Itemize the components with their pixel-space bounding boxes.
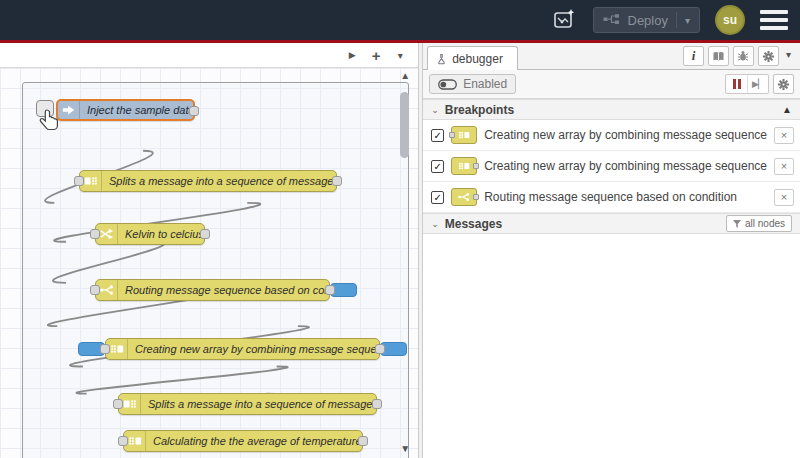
output-port[interactable] [325,285,335,295]
debugger-enabled-toggle[interactable]: Enabled [429,74,516,94]
breakpoint-checkbox[interactable]: ✓ [431,191,444,204]
deploy-label: Deploy [628,13,668,28]
user-avatar[interactable]: su [715,5,745,35]
deploy-chevron-down-icon[interactable]: ▾ [685,15,690,26]
breakpoint-row[interactable]: ✓ Creating new array by combining messag… [423,120,800,151]
flow-list-chevron-down-icon[interactable]: ▾ [390,45,410,65]
join-node-icon [451,126,477,144]
pause-button[interactable] [726,75,747,93]
enabled-label: Enabled [463,77,507,91]
canvas-scrollbar-thumb[interactable] [400,92,409,158]
pause-icon [733,79,741,89]
breakpoint-label: Routing message sequence based on condit… [484,190,767,204]
breakpoint-checkbox[interactable]: ✓ [431,129,444,142]
deploy-separator [676,12,677,28]
node-join[interactable]: Calculating the the average of temperatu… [123,430,363,452]
breakpoint-checkbox[interactable]: ✓ [431,160,444,173]
bug-icon[interactable] [733,46,754,66]
remove-breakpoint-button[interactable]: × [774,158,794,175]
switch-node-icon [451,188,477,206]
output-port[interactable] [200,229,210,239]
inject-icon [58,101,80,119]
pointer-cursor-icon [39,108,61,137]
input-port[interactable] [90,285,100,295]
debugger-toolbar: Enabled ▶▏ [423,70,800,99]
node-label: Kelvin to celcius [118,228,204,240]
node-change[interactable]: Kelvin to celcius [95,223,205,245]
toggle-icon [438,79,457,90]
filter-funnel-icon [733,220,741,228]
info-tab-button[interactable]: i [683,46,704,66]
app-header: Deploy ▾ su [0,0,800,40]
output-port[interactable] [375,344,385,354]
sidebar-tabs-chevron-down-icon[interactable]: ▾ [783,49,794,63]
node-split[interactable]: Splits a message into a sequence of mess… [118,393,377,415]
breakpoint-label: Creating new array by combining message … [484,159,767,173]
node-switch[interactable]: Routing message sequence based on condit… [95,279,330,301]
tab-label: debugger [452,52,503,66]
node-label: Splits a message into a sequence of mess… [102,175,336,187]
scroll-top-triangle-icon[interactable]: ▲ [782,104,792,115]
output-port[interactable] [358,436,368,446]
main-menu-icon[interactable] [760,9,788,31]
canvas-scroll-down-icon[interactable]: ▼ [400,443,410,454]
node-join[interactable]: Creating new array by combining message … [105,338,380,360]
node-inject[interactable]: Inject the sample data [56,99,195,121]
flow-tabbar: ▶ + ▾ [0,43,418,68]
flow-editor: ▶ + ▾ [0,43,418,458]
node-label: Routing message sequence based on condit… [118,284,329,296]
sidebar-tabbar: debugger i ▾ [423,43,800,70]
output-port[interactable] [372,399,382,409]
input-port[interactable] [118,436,128,446]
step-icon: ▶▏ [752,79,764,89]
breakpoint-label: Creating new array by combining message … [484,128,767,142]
deploy-button[interactable]: Deploy ▾ [593,7,701,33]
breakpoint-row[interactable]: ✓ Routing message sequence based on cond… [423,182,800,213]
step-button[interactable]: ▶▏ [747,75,768,93]
input-port[interactable] [90,229,100,239]
filter-label: all nodes [745,218,785,229]
breakpoint-row[interactable]: ✓ Creating new array by combining messag… [423,151,800,182]
join-node-icon [451,157,477,175]
breakpoints-section-header[interactable]: ⌄ Breakpoints ▲ [423,99,800,120]
tab-debugger[interactable]: debugger [427,46,518,70]
input-port-marker [449,132,455,138]
flask-icon [436,53,447,65]
output-port-marker [473,194,479,200]
input-port[interactable] [113,399,123,409]
deploy-icon [603,13,620,28]
output-port[interactable] [332,176,342,186]
add-flow-button[interactable]: + [366,45,386,65]
output-port-marker [473,163,479,169]
section-title: Messages [445,217,502,231]
collapse-chevron-icon: ⌄ [431,219,439,229]
collapse-chevron-icon: ⌄ [431,105,439,115]
debug-sidebar: debugger i ▾ Enabled [423,43,800,458]
debugger-settings-gear-icon[interactable] [773,74,794,94]
messages-empty-area [423,234,800,458]
remove-breakpoint-button[interactable]: × [774,127,794,144]
canvas-scroll-up-icon[interactable]: ▲ [400,70,410,81]
messages-section-header[interactable]: ⌄ Messages all nodes [423,213,800,234]
input-port[interactable] [100,344,110,354]
node-split[interactable]: Splits a message into a sequence of mess… [79,170,337,192]
output-port[interactable] [189,106,199,116]
section-title: Breakpoints [445,103,514,117]
remove-breakpoint-button[interactable]: × [774,189,794,206]
node-label: Splits a message into a sequence of mess… [141,398,376,410]
help-book-icon[interactable] [708,46,729,66]
node-label: Calculating the the average of temperatu… [146,435,362,447]
node-label: Inject the sample data [80,104,193,116]
scroll-tabs-right-icon[interactable]: ▶ [342,45,362,65]
ai-assistant-icon[interactable] [550,7,578,33]
flow-canvas[interactable]: Inject the sample data Splits a message … [0,68,418,458]
node-label: Creating new array by combining message … [128,343,379,355]
gear-icon[interactable] [758,46,779,66]
message-filter-button[interactable]: all nodes [726,215,792,232]
input-port[interactable] [74,176,84,186]
